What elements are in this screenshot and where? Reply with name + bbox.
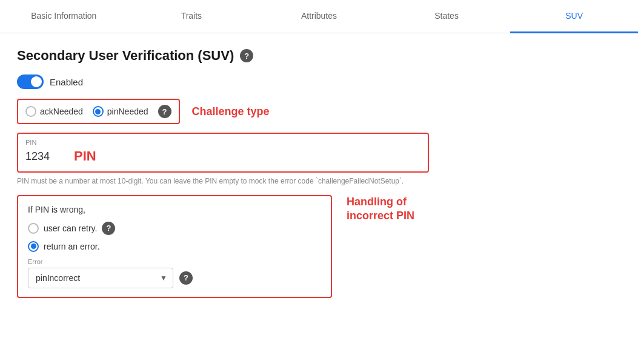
radio-pin-needed-label: pinNeeded — [107, 107, 148, 116]
error-dropdown-label: Error — [28, 258, 321, 265]
error-help-icon[interactable]: ? — [179, 271, 193, 285]
radio-retry-circle — [28, 223, 39, 234]
radio-retry-label: user can retry. — [44, 223, 97, 233]
error-dropdown-section: Error pinIncorrect pinExpired pinBlocked… — [28, 258, 321, 288]
pin-annotation: PIN — [74, 148, 96, 164]
page-title-row: Secondary User Verification (SUV) ? — [17, 48, 621, 64]
incorrect-pin-box: If PIN is wrong, user can retry. ? retur… — [17, 195, 332, 298]
tab-attributes[interactable]: Attributes — [255, 0, 383, 33]
radio-pin-needed[interactable]: pinNeeded — [93, 106, 148, 117]
enabled-label: Enabled — [50, 77, 83, 87]
radio-ack-needed-circle — [25, 106, 36, 117]
pin-section: PIN 1234 PIN PIN must be a number at mos… — [17, 133, 621, 187]
tab-states[interactable]: States — [383, 0, 511, 33]
page-title-text: Secondary User Verification (SUV) — [17, 48, 234, 64]
tab-basic-information[interactable]: Basic Information — [0, 0, 128, 33]
pin-hint: PIN must be a number at most 10-digit. Y… — [17, 176, 621, 187]
challenge-type-box: ackNeeded pinNeeded ? — [17, 99, 180, 124]
radio-ack-needed[interactable]: ackNeeded — [25, 106, 83, 117]
content-area: Secondary User Verification (SUV) ? Enab… — [0, 33, 638, 364]
radio-pin-needed-circle — [93, 106, 104, 117]
error-dropdown-row: pinIncorrect pinExpired pinBlocked ▼ ? — [28, 268, 321, 288]
tab-traits[interactable]: Traits — [128, 0, 256, 33]
tab-bar: Basic Information Traits Attributes Stat… — [0, 0, 638, 33]
enabled-toggle-row: Enabled — [17, 74, 621, 89]
error-dropdown[interactable]: pinIncorrect pinExpired pinBlocked — [28, 268, 173, 288]
challenge-type-row: ackNeeded pinNeeded ? Challenge type — [17, 99, 621, 124]
enabled-toggle[interactable] — [17, 74, 44, 89]
main-container: Basic Information Traits Attributes Stat… — [0, 0, 638, 364]
pin-value[interactable]: 1234 — [25, 150, 62, 163]
handling-annotation: Handling of incorrect PIN — [347, 195, 456, 223]
radio-ack-needed-label: ackNeeded — [40, 107, 83, 116]
challenge-type-help-icon[interactable]: ? — [158, 105, 171, 118]
radio-error-label: return an error. — [44, 242, 100, 251]
error-dropdown-wrapper: pinIncorrect pinExpired pinBlocked ▼ — [28, 268, 173, 288]
challenge-type-annotation: Challenge type — [192, 105, 270, 118]
pin-display-row: 1234 PIN — [25, 148, 420, 164]
incorrect-pin-row: If PIN is wrong, user can retry. ? retur… — [17, 195, 621, 298]
radio-error-circle — [28, 241, 39, 252]
retry-help-icon[interactable]: ? — [102, 222, 115, 235]
radio-error-row: return an error. — [28, 241, 321, 252]
pin-field-label: PIN — [25, 139, 420, 146]
tab-suv[interactable]: SUV — [510, 0, 638, 33]
radio-retry[interactable] — [28, 223, 39, 234]
incorrect-pin-title: If PIN is wrong, — [28, 205, 321, 214]
radio-error[interactable] — [28, 241, 39, 252]
page-help-icon[interactable]: ? — [240, 49, 253, 62]
pin-box: PIN 1234 PIN — [17, 133, 429, 173]
radio-retry-row: user can retry. ? — [28, 222, 321, 235]
